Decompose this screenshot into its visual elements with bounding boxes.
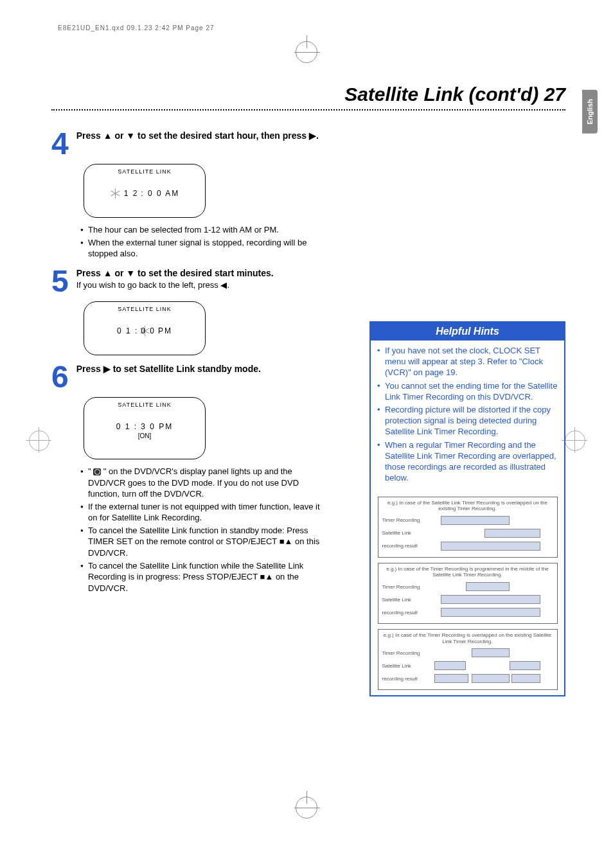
diagram-caption: e.g.) In case of the Satellite Link Time… [382, 500, 553, 512]
step-instruction: Press ▲ or ▼ to set the desired start ho… [76, 130, 328, 141]
diagram-row-label: recording result [382, 543, 429, 549]
diagram-track [429, 595, 553, 604]
timing-diagrams: e.g.) In case of the Satellite Link Time… [371, 497, 564, 691]
diagram-row-label: Satellite Link [382, 530, 429, 536]
diagram-bar [484, 529, 540, 538]
diagram-bar [434, 661, 466, 670]
diagram-row-label: Timer Recording [382, 650, 429, 656]
print-header: E8E21UD_EN1.qxd 09.1.23 2:42 PM Page 27 [58, 24, 215, 31]
diagram-bar [466, 582, 510, 591]
diagram-bar [510, 661, 541, 670]
registration-mark-left [26, 427, 51, 453]
bullet-item: When the external tuner signal is stoppe… [80, 237, 328, 260]
step-subtext: If you wish to go back to the left, pres… [76, 280, 328, 290]
step-number: 6 [51, 363, 69, 391]
diagram-row-label: Timer Recording [382, 584, 429, 590]
registration-mark-right [562, 427, 587, 453]
diagram-bar [511, 674, 540, 683]
diagram-track [429, 608, 553, 617]
osd-screen-step4: SATELLITE LINK 1 2 : 0 0 AM [84, 164, 206, 218]
diagram-row-label: recording result [382, 610, 429, 616]
diagram-row-label: Satellite Link [382, 663, 429, 669]
diagram-row: Satellite Link [382, 594, 553, 605]
step-instruction: Press ▶ to set Satellite Link standby mo… [76, 363, 328, 375]
step-instruction: Press ▲ or ▼ to set the desired start mi… [76, 267, 328, 279]
timing-diagram: e.g.) In case of the Timer Recording is … [378, 629, 558, 690]
bullet-item: To cancel the Satellite Link function wh… [80, 560, 328, 594]
diagram-bar [441, 595, 540, 604]
hint-item: You cannot set the ending time for the S… [377, 381, 558, 403]
diagram-row: recording result [382, 540, 553, 552]
step6-bullets: " " on the DVD/VCR's display panel light… [80, 466, 328, 594]
osd-screen-step5: SATELLITE LINK 0 1 : 0 0 PM [84, 301, 206, 355]
registration-mark-bottom [296, 797, 317, 819]
osd-status: [ON] [91, 432, 199, 439]
timing-diagram: e.g.) In case of the Satellite Link Time… [378, 497, 558, 558]
osd-time-display: 1 2 : 0 0 AM [91, 189, 199, 198]
diagram-bar [441, 542, 540, 551]
diagram-row: Satellite Link [382, 660, 553, 671]
hint-item: When a regular Timer Recording and the S… [377, 440, 558, 484]
hint-item: Recording picture will be distorted if t… [377, 405, 558, 438]
diagram-row: recording result [382, 607, 553, 618]
diagram-track [429, 674, 553, 683]
diagram-bar [441, 608, 540, 617]
helpful-hints-box: Helpful Hints If you have not set the cl… [369, 321, 565, 696]
diagram-bar [434, 674, 468, 683]
diagram-bar [441, 516, 510, 525]
step-number: 4 [51, 130, 69, 157]
highlight-rays-icon [110, 189, 121, 198]
diagram-bar [472, 648, 509, 657]
step-number: 5 [51, 267, 69, 295]
diagram-row: Satellite Link [382, 527, 553, 539]
diagram-row: recording result [382, 673, 553, 684]
osd-time-display: 0 1 : 3 0 PM [91, 422, 199, 431]
diagram-row-label: Satellite Link [382, 597, 429, 603]
bullet-item: If the external tuner is not equipped wi… [80, 501, 328, 524]
osd-title: SATELLITE LINK [91, 306, 199, 312]
title-divider [51, 109, 565, 111]
hints-title: Helpful Hints [371, 323, 564, 341]
diagram-row-label: recording result [382, 676, 429, 682]
diagram-track [429, 542, 553, 551]
diagram-track [429, 529, 553, 538]
osd-screen-step6: SATELLITE LINK 0 1 : 3 0 PM [ON] [84, 397, 206, 459]
language-tab: English [582, 90, 598, 134]
step-6: 6 Press ▶ to set Satellite Link standby … [51, 363, 328, 391]
timing-diagram: e.g.) In case of the Timer Recording is … [378, 563, 558, 624]
hints-list: If you have not set the clock, CLOCK SET… [371, 341, 564, 492]
diagram-caption: e.g.) In case of the Timer Recording is … [382, 566, 553, 578]
bullet-item: To cancel the Satellite Link function in… [80, 525, 328, 559]
diagram-row: Timer Recording [382, 647, 553, 659]
page-title: Satellite Link (cont'd) 27 [51, 84, 565, 105]
diagram-row-label: Timer Recording [382, 517, 429, 523]
step-5: 5 Press ▲ or ▼ to set the desired start … [51, 267, 328, 295]
diagram-row: Timer Recording [382, 581, 553, 592]
osd-title: SATELLITE LINK [91, 402, 199, 408]
step-4: 4 Press ▲ or ▼ to set the desired start … [51, 130, 328, 157]
diagram-bar [472, 674, 509, 683]
diagram-caption: e.g.) In case of the Timer Recording is … [382, 632, 553, 644]
bullet-item: The hour can be selected from 1-12 with … [80, 224, 328, 236]
bullet-item: " " on the DVD/VCR's display panel light… [80, 466, 328, 500]
diagram-track [429, 648, 553, 657]
diagram-track [429, 582, 553, 591]
step4-bullets: The hour can be selected from 1-12 with … [80, 224, 328, 260]
osd-time-display: 0 1 : 0 0 PM [91, 326, 199, 335]
osd-title: SATELLITE LINK [91, 168, 199, 175]
hint-item: If you have not set the clock, CLOCK SET… [377, 346, 558, 378]
clock-icon [93, 468, 101, 475]
diagram-track [429, 661, 553, 670]
diagram-row: Timer Recording [382, 515, 553, 526]
diagram-track [429, 516, 553, 525]
